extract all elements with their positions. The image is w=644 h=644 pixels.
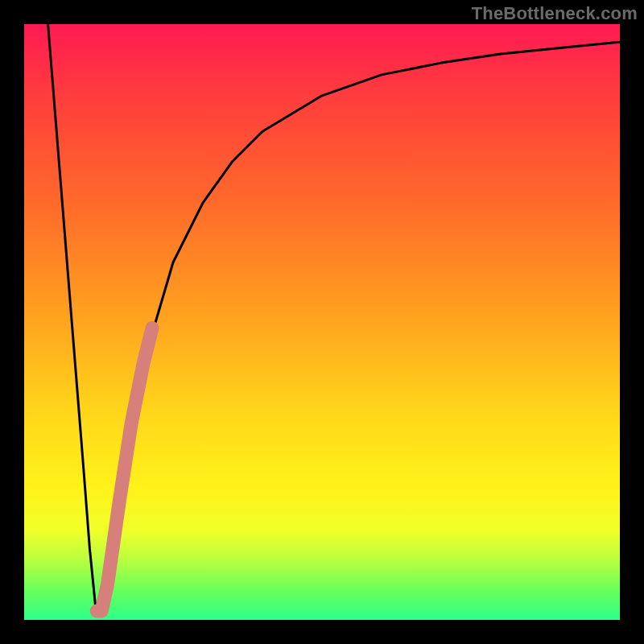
plot-area [24,24,620,620]
curve-svg [24,24,620,620]
bottleneck-curve [48,24,620,614]
watermark-text: TheBottleneck.com [472,3,638,24]
chart-frame: TheBottleneck.com [0,0,644,644]
highlight-segment [97,328,152,611]
